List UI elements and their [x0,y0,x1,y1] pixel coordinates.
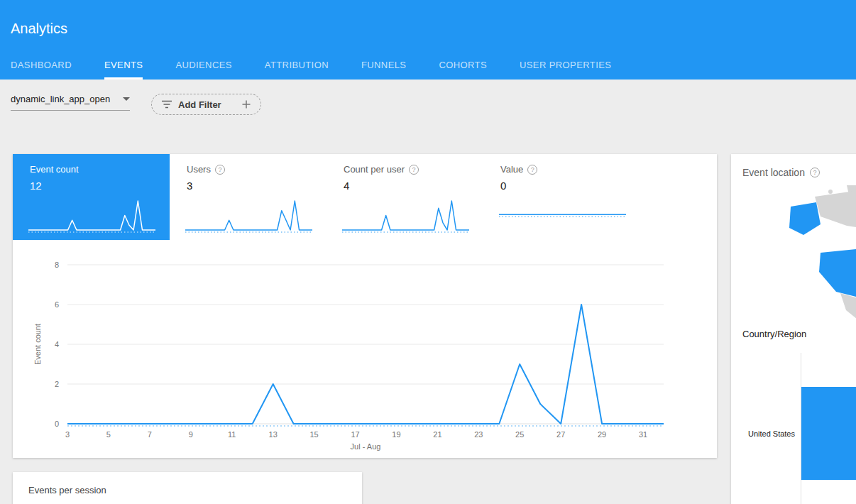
svg-text:15: 15 [309,430,318,439]
app-header: Analytics DASHBOARD EVENTS AUDIENCES ATT… [0,0,856,80]
metric-value: 3 [187,180,327,192]
tab-dashboard[interactable]: DASHBOARD [11,60,72,80]
tab-funnels[interactable]: FUNNELS [361,60,406,80]
svg-text:13: 13 [269,430,278,439]
metric-label-row: Value [500,164,640,175]
svg-text:19: 19 [392,430,400,439]
country-label: United States [731,429,801,438]
page-title: Analytics [11,21,67,37]
help-icon[interactable] [527,165,537,175]
plus-icon [241,99,251,109]
firebase-analytics-events-page: Analytics DASHBOARD EVENTS AUDIENCES ATT… [0,0,856,504]
map-canada [815,190,856,229]
sparkline-event-count [27,197,157,236]
svg-text:4: 4 [55,340,59,349]
metric-value: 12 [30,180,170,192]
tab-user-properties[interactable]: USER PROPERTIES [520,60,611,80]
sparkline-value [498,197,627,236]
location-card-title-row: Event location [742,167,820,178]
filter-list-icon [161,100,172,109]
add-filter-button[interactable]: Add Filter [151,94,261,115]
event-name-select[interactable]: dynamic_link_app_open [11,94,130,111]
help-icon[interactable] [215,165,225,175]
dimension-label: Country/Region [742,329,806,339]
svg-text:3: 3 [65,430,70,439]
metric-tile-count-per-user[interactable]: Count per user 4 [327,154,483,240]
svg-text:5: 5 [106,430,111,439]
svg-text:21: 21 [433,430,441,439]
metric-label: Count per user [344,164,405,175]
svg-text:7: 7 [148,430,152,439]
map-united-states-highlighted [819,246,856,299]
metric-value: 0 [500,180,640,192]
filter-bar: dynamic_link_app_open Add Filter [11,94,261,115]
metric-label-row: Users [187,164,327,175]
svg-text:25: 25 [515,430,524,439]
tab-events[interactable]: EVENTS [104,60,143,80]
metric-label: Value [500,164,523,175]
svg-text:11: 11 [228,430,236,439]
svg-text:23: 23 [474,430,483,439]
metric-label-row: Count per user [344,164,483,175]
event-name-value: dynamic_link_app_open [11,94,110,104]
metric-tile-value[interactable]: Value 0 [483,154,640,240]
map-mexico [840,293,856,322]
location-card-title: Event location [742,167,805,178]
metric-label-row: Event count [30,164,170,175]
map-island [828,190,833,194]
metric-tiles: Event count 12 Users 3 Count per user 4 [13,154,717,240]
svg-text:9: 9 [189,430,193,439]
svg-text:Event count: Event count [33,324,42,365]
events-per-session-title: Events per session [13,472,362,495]
metric-tile-users[interactable]: Users 3 [170,154,327,240]
svg-text:0: 0 [55,420,59,428]
metric-value: 4 [344,180,483,192]
dropdown-caret-icon [123,97,130,101]
tab-audiences[interactable]: AUDIENCES [175,60,231,80]
help-icon[interactable] [409,165,419,175]
svg-text:2: 2 [55,380,59,388]
add-filter-label: Add Filter [178,99,221,110]
svg-text:6: 6 [55,300,59,309]
svg-text:17: 17 [351,430,359,439]
tab-attribution[interactable]: ATTRIBUTION [265,60,329,80]
sparkline-users [184,197,314,236]
event-location-card: Event location Country/Region United Sta… [731,154,856,504]
svg-text:29: 29 [598,430,606,439]
map-alaska-highlighted [789,202,821,235]
svg-text:8: 8 [55,261,59,269]
sparkline-count-per-user [341,197,471,236]
metric-label: Event count [30,164,79,175]
tab-cohorts[interactable]: COHORTS [439,60,487,80]
event-detail-card: Event count 12 Users 3 Count per user 4 [13,154,717,458]
events-per-session-card: Events per session [13,472,362,504]
metric-tile-event-count[interactable]: Event count 12 [13,154,170,240]
svg-text:27: 27 [556,430,565,439]
svg-text:Jul - Aug: Jul - Aug [351,442,381,451]
country-bar[interactable] [801,387,856,480]
tab-bar: DASHBOARD EVENTS AUDIENCES ATTRIBUTION F… [11,60,644,80]
svg-text:31: 31 [639,430,647,439]
event-count-chart: 0246835791113151719212325272931Jul - Aug… [33,253,700,454]
north-america-map [779,185,856,324]
metric-label: Users [187,164,211,175]
country-row: United States [731,387,856,480]
help-icon[interactable] [810,168,820,177]
